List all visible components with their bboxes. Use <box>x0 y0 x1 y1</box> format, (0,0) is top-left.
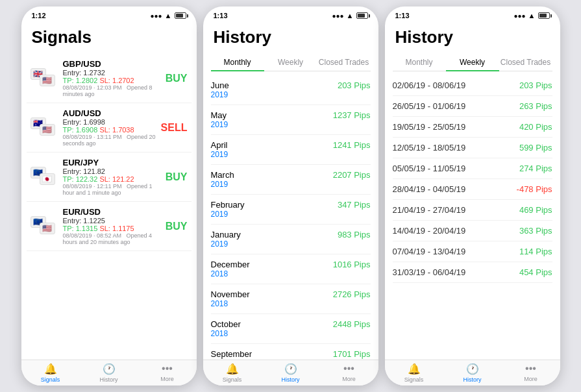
time-gbpusd: 08/08/2019 · 12:03 PM Opened 8 minutes a… <box>63 84 158 97</box>
tab-signals-label-2: Signals <box>223 376 242 383</box>
tab-bar-3: 🔔 Signals 🕐 History ••• More <box>385 360 560 386</box>
flag-usd-2: 🇺🇸 <box>40 124 55 136</box>
tab-history-1[interactable]: 🕐 History <box>80 363 138 383</box>
signal-item-gbpusd[interactable]: 🇬🇧 🇺🇸 GBP/USD Entry: 1.2732 TP: 1.2802 S… <box>27 54 192 103</box>
tab-signals-1[interactable]: 🔔 Signals <box>21 363 80 383</box>
tab-signals-3[interactable]: 🔔 Signals <box>385 363 443 383</box>
weekly-item-9[interactable]: 07/04/19 - 13/04/19 114 Pips <box>393 241 552 262</box>
weekly-pips-9: 114 Pips <box>519 247 552 256</box>
battery-icon-2 <box>356 12 368 19</box>
tab-history-label-1: History <box>99 376 117 383</box>
weekly-pips-8: 363 Pips <box>519 226 552 236</box>
tab-more-3[interactable]: ••• More <box>502 363 560 383</box>
tab-more-2[interactable]: ••• More <box>320 363 378 383</box>
segment-closed-2[interactable]: Closed Trades <box>317 54 371 71</box>
date-range-7: 21/04/19 - 27/04/19 <box>393 205 466 215</box>
signal-icon-1: ●●● <box>150 12 162 19</box>
wifi-icon-2: ▲ <box>347 12 354 19</box>
month-nov: November <box>211 289 250 299</box>
signals-title: Signals <box>21 22 197 51</box>
pips-jan: 983 Pips <box>338 230 371 239</box>
flag-jpy: 🇯🇵 <box>40 173 55 185</box>
history-label-april: April 2019 <box>211 140 229 159</box>
tab-history-icon-1: 🕐 <box>103 363 116 375</box>
weekly-item-8[interactable]: 14/04/19 - 20/04/19 363 Pips <box>393 221 552 241</box>
history-label-june: June 2019 <box>211 80 229 99</box>
signal-item-audusd[interactable]: 🇦🇺 🇺🇸 AUD/USD Entry: 1.6998 TP: 1.6908 S… <box>27 103 192 153</box>
status-icons-1: ●●● ▲ <box>150 12 186 19</box>
date-range-2: 26/05/19 - 01/06/19 <box>393 101 466 111</box>
pair-name-eurjpy: EUR/JPY <box>63 158 158 167</box>
signals-phone: 1:12 ●●● ▲ Signals 🇬🇧 🇺🇸 GBP/USD Entry: … <box>21 6 197 386</box>
history-label-feb: February 2019 <box>211 200 245 219</box>
signals-content: Signals 🇬🇧 🇺🇸 GBP/USD Entry: 1.2732 TP: … <box>21 22 197 360</box>
date-range-6: 28/04/19 - 04/05/19 <box>393 184 466 194</box>
weekly-item-4[interactable]: 12/05/19 - 18/05/19 599 Pips <box>393 138 552 158</box>
history-sep[interactable]: September 2018 1701 Pips <box>211 344 371 360</box>
signal-item-eurjpy[interactable]: 🇪🇺 🇯🇵 EUR/JPY Entry: 121.82 TP: 122.32 S… <box>27 153 192 202</box>
pips-march: 2207 Pips <box>333 170 371 180</box>
pair-name-audusd: AUD/USD <box>63 108 156 118</box>
segment-monthly-3[interactable]: Monthly <box>393 54 446 71</box>
weekly-item-1[interactable]: 02/06/19 - 08/06/19 203 Pips <box>393 75 552 96</box>
year-june: 2019 <box>211 90 229 99</box>
tp-eurusd: TP: 1.1315 <box>63 225 98 232</box>
segment-control-2: Monthly Weekly Closed Trades <box>211 54 371 71</box>
pips-sep: 1701 Pips <box>333 349 371 359</box>
weekly-item-3[interactable]: 19/05/19 - 25/05/19 420 Pips <box>393 117 552 138</box>
pips-oct: 2448 Pips <box>333 319 371 329</box>
entry-eurjpy: Entry: 121.82 <box>63 167 158 175</box>
tab-signals-icon-1: 🔔 <box>44 363 57 375</box>
tab-more-1[interactable]: ••• More <box>138 363 197 383</box>
tab-history-2[interactable]: 🕐 History <box>262 363 320 383</box>
pips-april: 1241 Pips <box>333 140 371 150</box>
segment-closed-3[interactable]: Closed Trades <box>499 54 552 71</box>
history-oct[interactable]: October 2018 2448 Pips <box>211 314 371 344</box>
history-label-may: May 2019 <box>211 110 229 129</box>
month-april: April <box>211 140 229 150</box>
history-feb[interactable]: February 2019 347 Pips <box>211 195 371 225</box>
segment-monthly-2[interactable]: Monthly <box>211 54 264 71</box>
tab-history-3[interactable]: 🕐 History <box>443 363 502 383</box>
flag-pair-gbpusd: 🇬🇧 🇺🇸 <box>31 68 58 89</box>
action-eurusd: BUY <box>163 221 188 232</box>
weekly-history-list: 02/06/19 - 08/06/19 203 Pips 26/05/19 - … <box>385 75 560 360</box>
year-may: 2019 <box>211 120 229 129</box>
history-march[interactable]: March 2019 2207 Pips <box>211 165 371 195</box>
status-icons-2: ●●● ▲ <box>332 12 367 19</box>
weekly-item-5[interactable]: 05/05/19 - 11/05/19 274 Pips <box>393 158 552 179</box>
date-range-3: 19/05/19 - 25/05/19 <box>393 122 466 132</box>
history-april[interactable]: April 2019 1241 Pips <box>211 135 371 165</box>
weekly-item-2[interactable]: 26/05/19 - 01/06/19 263 Pips <box>393 96 552 117</box>
entry-eurusd: Entry: 1.1225 <box>63 217 158 225</box>
wifi-icon-1: ▲ <box>165 12 172 19</box>
pips-feb: 347 Pips <box>338 200 371 210</box>
weekly-content: History Monthly Weekly Closed Trades 02/… <box>385 22 560 360</box>
time-2: 1:13 <box>214 12 228 19</box>
segment-weekly-2[interactable]: Weekly <box>264 54 317 71</box>
month-feb: February <box>211 200 245 210</box>
history-label-jan: January 2019 <box>211 230 241 249</box>
tab-signals-2[interactable]: 🔔 Signals <box>203 363 262 383</box>
year-feb: 2019 <box>211 210 245 219</box>
time-1: 1:12 <box>32 12 46 19</box>
weekly-item-7[interactable]: 21/04/19 - 27/04/19 469 Pips <box>393 200 552 221</box>
tp-audusd: TP: 1.6908 <box>63 126 98 134</box>
history-dec[interactable]: December 2018 1016 Pips <box>211 254 371 284</box>
phones-container: 1:12 ●●● ▲ Signals 🇬🇧 🇺🇸 GBP/USD Entry: … <box>16 1 565 391</box>
tab-more-icon-2: ••• <box>343 363 354 374</box>
tpsl-audusd: TP: 1.6908 SL: 1.7038 <box>63 126 156 134</box>
weekly-item-10[interactable]: 31/03/19 - 06/04/19 454 Pips <box>393 262 552 283</box>
history-may[interactable]: May 2019 1237 Pips <box>211 105 371 135</box>
history-title-3: History <box>385 22 560 51</box>
history-jan[interactable]: January 2019 983 Pips <box>211 225 371 254</box>
tab-history-label-3: History <box>463 376 481 383</box>
history-nov[interactable]: November 2018 2726 Pips <box>211 284 371 314</box>
weekly-pips-5: 274 Pips <box>519 164 552 173</box>
signal-item-eurusd[interactable]: 🇪🇺 🇺🇸 EUR/USD Entry: 1.1225 TP: 1.1315 S… <box>27 202 192 251</box>
tab-bar-1: 🔔 Signals 🕐 History ••• More <box>21 360 197 386</box>
history-june[interactable]: June 2019 203 Pips <box>211 75 371 105</box>
segment-weekly-3[interactable]: Weekly <box>446 54 499 71</box>
weekly-item-6[interactable]: 28/04/19 - 04/05/19 -478 Pips <box>393 179 552 200</box>
month-june: June <box>211 80 229 90</box>
